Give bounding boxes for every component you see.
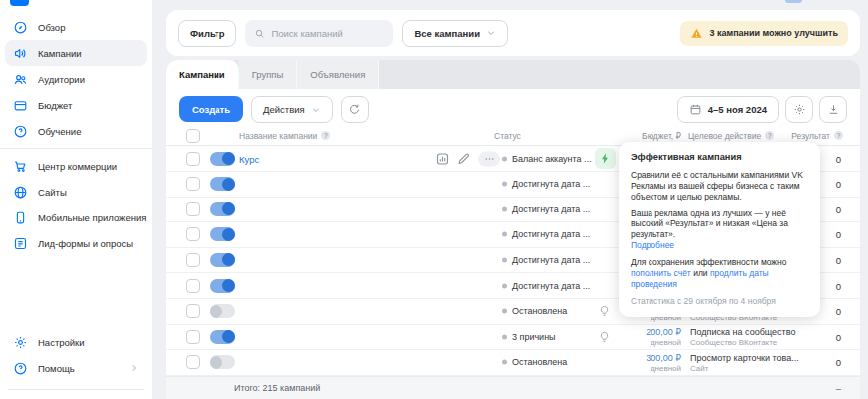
help-icon[interactable]: ? [834,131,843,140]
row-toggle[interactable] [210,152,235,166]
header-cut-element [785,0,802,3]
improve-campaigns-badge[interactable]: 3 кампании можно улучшить [680,21,848,46]
row-checkbox[interactable] [186,304,200,318]
row-checkbox[interactable] [186,152,200,166]
campaign-name-link[interactable]: Курс [239,153,259,164]
row-checkbox[interactable] [186,355,200,369]
chevron-down-icon [311,105,321,115]
help-icon[interactable]: ? [765,131,774,140]
refresh-button[interactable] [341,96,369,123]
question-icon [13,124,28,139]
create-button[interactable]: Создать [179,96,243,122]
row-checkbox[interactable] [186,279,200,293]
sidebar-item-label: Обзор [38,22,65,33]
row-toggle[interactable] [210,279,235,293]
wallet-icon [13,98,28,113]
more-details-link[interactable]: Подробнее [631,240,674,250]
row-toggle[interactable] [210,227,235,241]
row-checkbox[interactable] [186,202,200,216]
result-value: 0 [836,229,841,240]
calendar-icon [689,103,702,116]
sidebar-nav: Обзор Кампании Аудитории Бюджет Обучение… [0,14,152,256]
toggle-knob [222,202,235,215]
status-text: Достигнута дата ... [512,281,590,291]
row-checkbox[interactable] [186,227,200,241]
sidebar-item-label: Обучение [38,126,81,137]
tab-campaigns[interactable]: Кампании [166,60,239,89]
sidebar-item-label: Кампании [38,48,82,59]
actions-button[interactable]: Действия [251,96,333,123]
row-toggle[interactable] [210,330,235,344]
result-value: 0 [836,280,841,291]
globe-icon [13,185,28,200]
toolbar-right: 4–5 ноя 2024 [677,96,847,123]
status-dot [502,334,507,339]
vk-logo[interactable] [10,0,29,6]
recommendation-bulb-icon[interactable] [598,305,611,318]
budget-value[interactable]: 300,00 ₽ [646,353,681,363]
sidebar-item-cart[interactable]: Центр коммерции [5,153,147,179]
status-text: Достигнута дата ... [512,229,590,239]
row-toggle[interactable] [210,304,235,318]
status-text: Остановлена [512,306,567,316]
sidebar-item-question[interactable]: Обучение [5,118,147,144]
more-actions-button[interactable] [478,151,500,166]
sidebar: Обзор Кампании Аудитории Бюджет Обучение… [0,0,152,399]
form-icon [13,236,28,251]
question-icon [13,361,28,376]
search-field[interactable] [245,20,393,47]
row-checkbox[interactable] [186,330,200,344]
filter-button[interactable]: Фильтр [178,20,236,47]
effective-campaign-bolt-icon[interactable] [595,148,616,169]
sidebar-item-megaphone[interactable]: Кампании [5,40,147,66]
column-name: Название кампании? [239,131,330,141]
row-toggle[interactable] [210,202,235,216]
statistics-icon[interactable] [435,151,450,166]
row-toggle[interactable] [210,253,235,267]
search-input[interactable] [271,28,384,39]
row-checkbox[interactable] [186,177,200,191]
sidebar-item-help[interactable]: Помощь [5,355,147,381]
edit-pencil-icon[interactable] [456,151,471,166]
tab-ads[interactable]: Объявления [297,60,379,89]
effective-campaign-tooltip: Эффективная кампания Сравнили её с остал… [619,142,820,317]
export-button[interactable] [819,96,847,123]
sidebar-item-settings[interactable]: Настройки [5,329,147,355]
toggle-knob [222,330,235,343]
campaign-type-select[interactable]: Все кампании [402,20,508,47]
status-dot [502,360,507,365]
table-settings-button[interactable] [785,96,813,123]
sidebar-item-form[interactable]: Лид-формы и опросы [5,230,147,256]
row-toggle[interactable] [210,355,235,369]
topup-balance-link[interactable]: пополнить счёт [631,268,691,278]
help-icon[interactable]: ? [321,131,330,140]
sidebar-item-label: Настройки [38,337,85,348]
status-dot [502,257,507,262]
date-range-button[interactable]: 4–5 ноя 2024 [677,96,779,123]
toggle-knob [222,152,235,165]
sidebar-item-wallet[interactable]: Бюджет [5,92,147,118]
row-toggle[interactable] [210,177,235,191]
status-dot [502,206,507,211]
status-text: Достигнута дата ... [512,179,590,189]
toggle-knob [222,228,235,241]
tabs-bar: Кампании Группы Объявления [166,60,860,89]
toggle-knob [222,279,235,292]
sidebar-item-globe[interactable]: Сайты [5,179,147,204]
select-all-checkbox[interactable] [186,129,200,143]
row-checkbox[interactable] [186,253,200,267]
sidebar-divider [8,389,144,390]
result-value: 0 [836,203,841,214]
budget-value[interactable]: 200,00 ₽ [646,327,681,337]
tooltip-paragraph: Сравнили её с остальными кампаниями VK Р… [631,170,808,202]
target-type: Сайт [690,364,708,373]
tab-groups[interactable]: Группы [239,60,298,89]
sidebar-item-phone[interactable]: Мобильные приложения [5,204,147,230]
sidebar-item-users[interactable]: Аудитории [5,66,147,92]
users-icon [13,72,28,87]
recommendation-bulb-icon[interactable] [598,330,611,343]
sidebar-item-label: Центр коммерции [38,161,117,172]
sidebar-item-compass[interactable]: Обзор [5,14,147,40]
gear-icon [793,103,806,116]
result-value: 0 [836,254,841,265]
